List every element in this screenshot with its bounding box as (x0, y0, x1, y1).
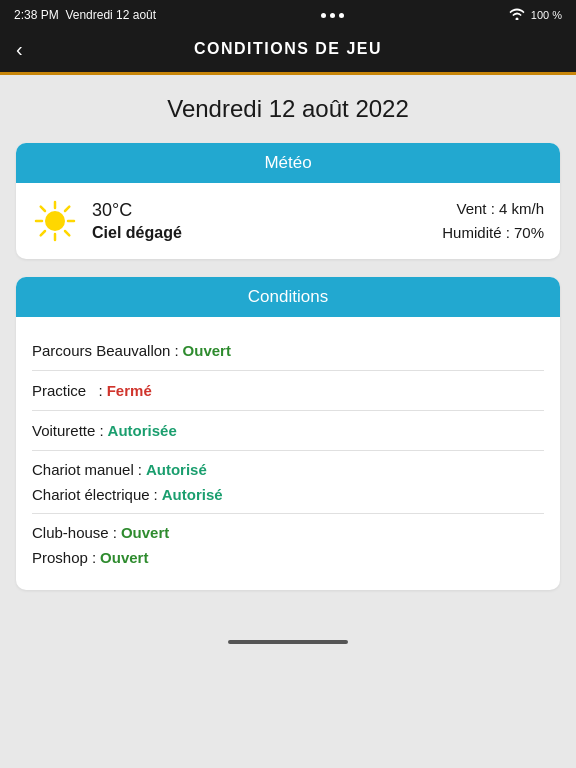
condition-proshop: Proshop : Ouvert (32, 545, 544, 570)
weather-right: Vent : 4 km/h Humidité : 70% (442, 197, 544, 245)
condition-practice: Practice : Fermé (32, 371, 544, 411)
weather-temperature: 30°C (92, 200, 182, 221)
weather-row: 30°C Ciel dégagé Vent : 4 km/h Humidité … (32, 197, 544, 245)
weather-section-header: Météo (16, 143, 560, 183)
svg-line-5 (41, 207, 45, 211)
page-title: CONDITIONS DE JEU (194, 40, 382, 58)
home-bar (228, 640, 348, 644)
app-header: ‹ CONDITIONS DE JEU (0, 30, 576, 75)
conditions-body: Parcours Beauvallon : Ouvert Practice : … (16, 317, 560, 590)
svg-line-6 (65, 231, 69, 235)
condition-group-clubhouse: Club-house : Ouvert Proshop : Ouvert (32, 514, 544, 576)
battery-label: 100 % (531, 9, 562, 21)
weather-card: Météo (16, 143, 560, 259)
weather-left: 30°C Ciel dégagé (32, 198, 182, 244)
status-bar: 2:38 PM Vendredi 12 août 100 % (0, 0, 576, 30)
condition-group-chariots: Chariot manuel : Autorisé Chariot électr… (32, 451, 544, 514)
main-content: Vendredi 12 août 2022 Météo (0, 75, 576, 628)
weather-description: Ciel dégagé (92, 224, 182, 242)
condition-voiturette: Voiturette : Autorisée (32, 411, 544, 451)
wifi-icon (509, 8, 525, 22)
weather-body: 30°C Ciel dégagé Vent : 4 km/h Humidité … (16, 183, 560, 259)
wind-label: Vent : 4 km/h (442, 197, 544, 221)
sun-icon (32, 198, 78, 244)
svg-line-8 (41, 231, 45, 235)
conditions-card: Conditions Parcours Beauvallon : Ouvert … (16, 277, 560, 590)
status-icons: 100 % (509, 8, 562, 22)
back-button[interactable]: ‹ (16, 38, 23, 61)
weather-info: 30°C Ciel dégagé (92, 200, 182, 242)
svg-point-0 (45, 211, 65, 231)
condition-clubhouse: Club-house : Ouvert (32, 520, 544, 545)
humidity-label: Humidité : 70% (442, 221, 544, 245)
conditions-section-header: Conditions (16, 277, 560, 317)
home-indicator (0, 628, 576, 652)
date-heading: Vendredi 12 août 2022 (16, 95, 560, 123)
status-time: 2:38 PM Vendredi 12 août (14, 8, 156, 22)
svg-line-7 (65, 207, 69, 211)
condition-chariot-electrique: Chariot électrique : Autorisé (32, 482, 544, 507)
status-dots (321, 13, 344, 18)
condition-chariot-manuel: Chariot manuel : Autorisé (32, 457, 544, 482)
condition-parcours: Parcours Beauvallon : Ouvert (32, 331, 544, 371)
